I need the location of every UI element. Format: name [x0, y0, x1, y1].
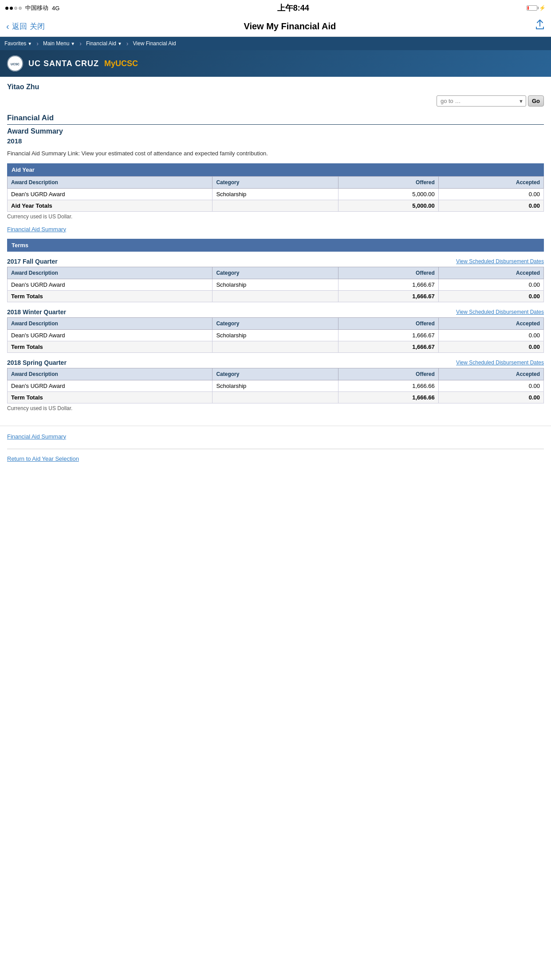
table-row: Dean's UGRD AwardScholarship5,000.000.00 — [8, 188, 544, 200]
signal-dots — [5, 7, 22, 10]
table-row: Dean's UGRD AwardScholarship1,666.670.00 — [8, 329, 544, 341]
disbursement-dates-link[interactable]: View Scheduled Disbursement Dates — [456, 360, 544, 366]
signal-dot-4 — [19, 7, 22, 10]
main-menu-dropdown-icon: ▼ — [71, 41, 75, 46]
share-button[interactable] — [535, 20, 545, 33]
terms-section-bar: Terms — [7, 239, 544, 252]
portal-name: MyUCSC — [104, 59, 138, 68]
financial-aid-summary-link-top[interactable]: Financial Aid Summary — [7, 226, 66, 233]
term-totals-row: Term Totals1,666.660.00 — [8, 391, 544, 403]
disbursement-dates-link[interactable]: View Scheduled Disbursement Dates — [456, 309, 544, 315]
term-section-2: 2018 Spring QuarterView Scheduled Disbur… — [7, 359, 544, 403]
signal-dot-2 — [10, 7, 13, 10]
goto-button[interactable]: Go — [528, 95, 544, 107]
status-time: 上午8:44 — [277, 3, 309, 13]
term-name: 2018 Spring Quarter — [7, 359, 67, 366]
back-chevron-icon: ‹ — [6, 21, 9, 32]
goto-wrapper: ▼ — [437, 95, 526, 107]
term-award-table: Award DescriptionCategoryOfferedAccepted… — [7, 267, 544, 302]
terms-currency-note: Currency used is US Dollar. — [7, 405, 544, 411]
breadcrumb-view-financial-aid[interactable]: View Financial Aid — [129, 37, 181, 50]
back-button[interactable]: 返回 — [12, 21, 27, 32]
breadcrumb: Favorites ▼ › Main Menu ▼ › Financial Ai… — [0, 37, 551, 50]
page-title: View My Financial Aid — [244, 21, 336, 32]
university-header: UCSC UC SANTA CRUZ MyUCSC — [0, 50, 551, 77]
signal-dot-1 — [5, 7, 8, 10]
table-row: Dean's UGRD AwardScholarship1,666.670.00 — [8, 279, 544, 290]
aid-year-table: Award Description Category Offered Accep… — [7, 176, 544, 212]
nav-bar: ‹ 返回 关闭 View My Financial Aid — [0, 16, 551, 37]
battery-icon — [527, 5, 537, 11]
network-label: 4G — [52, 5, 59, 12]
term-section-1: 2018 Winter QuarterView Scheduled Disbur… — [7, 308, 544, 353]
terms-container: 2017 Fall QuarterView Scheduled Disburse… — [7, 258, 544, 403]
carrier-label: 中国移动 — [25, 4, 48, 12]
breadcrumb-favorites[interactable]: Favorites ▼ — [0, 37, 36, 50]
return-to-aid-year-link[interactable]: Return to Aid Year Selection — [7, 455, 79, 462]
svg-text:UCSC: UCSC — [11, 63, 20, 66]
signal-dot-3 — [14, 7, 17, 10]
term-header-row: 2018 Spring QuarterView Scheduled Disbur… — [7, 359, 544, 366]
term-totals-row: Term Totals1,666.670.00 — [8, 341, 544, 352]
col-accepted: Accepted — [438, 176, 543, 188]
favorites-dropdown-icon: ▼ — [28, 41, 32, 46]
col-offered: Offered — [338, 176, 439, 188]
charging-icon: ⚡ — [539, 5, 546, 11]
col-category: Category — [213, 176, 338, 188]
aid-year-section-bar: Aid Year — [7, 163, 544, 176]
close-button[interactable]: 关闭 — [30, 21, 45, 32]
student-name: Yitao Zhu — [7, 83, 544, 91]
term-header-row: 2017 Fall QuarterView Scheduled Disburse… — [7, 258, 544, 265]
status-right: ⚡ — [527, 5, 546, 11]
financial-aid-dropdown-icon: ▼ — [118, 41, 122, 46]
term-award-table: Award DescriptionCategoryOfferedAccepted… — [7, 368, 544, 403]
breadcrumb-financial-aid[interactable]: Financial Aid ▼ — [82, 37, 126, 50]
disbursement-dates-link[interactable]: View Scheduled Disbursement Dates — [456, 258, 544, 265]
battery-fill — [527, 6, 529, 10]
year-heading: 2018 — [7, 137, 544, 145]
term-section-0: 2017 Fall QuarterView Scheduled Disburse… — [7, 258, 544, 302]
breadcrumb-main-menu[interactable]: Main Menu ▼ — [39, 37, 79, 50]
aid-year-currency-note: Currency used is US Dollar. — [7, 213, 544, 220]
term-name: 2018 Winter Quarter — [7, 308, 66, 316]
university-logo: UCSC — [7, 55, 23, 71]
main-content: Yitao Zhu ▼ Go Financial Aid Award Summa… — [0, 77, 551, 421]
totals-row: Aid Year Totals5,000.000.00 — [8, 200, 544, 211]
award-summary-heading: Award Summary — [7, 127, 544, 135]
goto-row: ▼ Go — [7, 95, 544, 107]
goto-input[interactable] — [437, 95, 526, 107]
university-name: UC SANTA CRUZ — [28, 59, 99, 68]
table-row: Dean's UGRD AwardScholarship1,666.660.00 — [8, 380, 544, 391]
status-left: 中国移动 4G — [5, 4, 59, 12]
term-award-table: Award DescriptionCategoryOfferedAccepted… — [7, 317, 544, 353]
status-bar: 中国移动 4G 上午8:44 ⚡ — [0, 0, 551, 16]
description-text: Financial Aid Summary Link: View your es… — [7, 149, 544, 158]
term-totals-row: Term Totals1,666.670.00 — [8, 290, 544, 302]
financial-aid-summary-link-bottom[interactable]: Financial Aid Summary — [7, 433, 66, 440]
term-header-row: 2018 Winter QuarterView Scheduled Disbur… — [7, 308, 544, 316]
term-name: 2017 Fall Quarter — [7, 258, 58, 265]
bottom-section: Financial Aid Summary Return to Aid Year… — [0, 426, 551, 471]
col-description: Award Description — [8, 176, 213, 188]
financial-aid-heading: Financial Aid — [7, 114, 544, 125]
